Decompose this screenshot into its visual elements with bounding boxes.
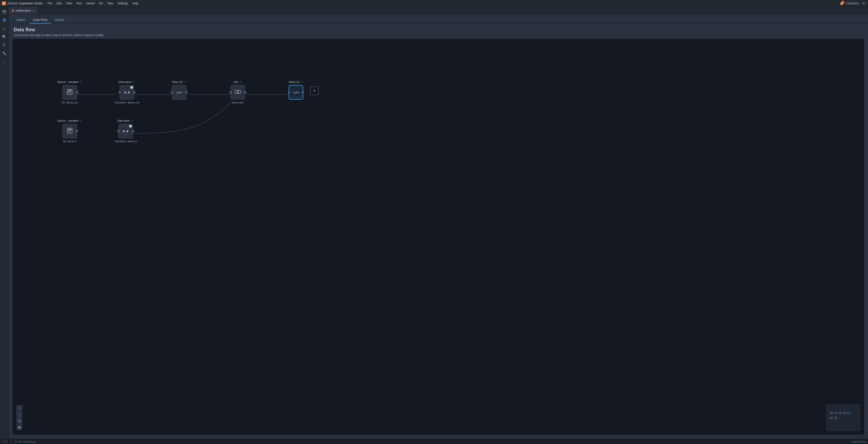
svg-rect-21 — [68, 129, 71, 130]
node-source1-check: ✓ — [80, 80, 82, 84]
node-source2-label: Source - sampled ✓ — [57, 119, 82, 122]
node-steps2[interactable]: Steps (2) ✓ </> — [172, 80, 187, 101]
sidebar-icon-models[interactable]: ◇ — [1, 25, 8, 32]
code-icon-steps3: </> — [293, 91, 299, 94]
data-icon-2: #.# — [123, 129, 128, 133]
node-datatypes1-box[interactable]: 📊 #.# — [120, 85, 134, 99]
node-source2-connector-right — [76, 130, 78, 132]
plus-icon: + — [313, 88, 316, 94]
node-steps2-box[interactable]: </> — [172, 85, 186, 99]
menu-view[interactable]: View — [64, 1, 74, 6]
node-source2-sublabel: S3: demo-2 — [63, 140, 77, 143]
node-source1[interactable]: Source - sampled ✓ — [57, 80, 82, 104]
tab-file-icon: ◼ — [11, 9, 14, 12]
menu-run[interactable]: Run — [74, 1, 84, 6]
topbar-right: 🔔 2 Feedback ⚙ — [840, 1, 866, 6]
zoom-out-button[interactable]: − — [17, 412, 22, 417]
menu-tabs[interactable]: Tabs — [105, 1, 115, 6]
tab-data-flow[interactable]: Data Flow — [29, 17, 51, 24]
node-join-box[interactable] — [230, 85, 245, 99]
node-datatypes1[interactable]: Data types ✓ 📊 #.# Transform: titanic.cs… — [114, 80, 140, 104]
status-file-text: untitled.flow — [852, 440, 866, 443]
svg-rect-22 — [68, 130, 71, 131]
node-steps2-connector-left — [171, 91, 173, 93]
sidebar-icon-search[interactable]: 🔍 — [1, 33, 8, 40]
tab-close-button[interactable]: × — [33, 9, 35, 12]
node-steps2-label: Steps (2) ✓ — [172, 80, 187, 84]
mini-node-5 — [830, 417, 833, 419]
notification-button[interactable]: 🔔 2 — [840, 2, 843, 5]
node-source1-label: Source - sampled ✓ — [57, 80, 82, 84]
global-settings-button[interactable]: ⚙ — [861, 1, 866, 6]
svg-rect-23 — [68, 131, 70, 132]
node-source1-box[interactable] — [62, 85, 77, 99]
status-git-text: Git: refreshing... — [18, 440, 37, 443]
node-source2[interactable]: Source - sampled ✓ — [57, 119, 82, 143]
node-datatypes2-check: ✓ — [131, 119, 134, 122]
svg-point-6 — [3, 43, 4, 45]
node-datatypes2-box[interactable]: 📊 #.# — [118, 124, 133, 138]
feedback-button[interactable]: Feedback — [846, 2, 859, 5]
add-step-button[interactable]: + — [310, 87, 319, 95]
node-steps3[interactable]: Steps (3) ✓ </> — [289, 80, 304, 101]
data-icon-1: #.# — [124, 91, 130, 94]
tab-title: untitled.flow — [15, 9, 31, 12]
node-datatypes1-connector-left — [118, 91, 121, 93]
left-sidebar: ◇ 🔍 🔧 ⬚ — [0, 7, 9, 439]
node-steps3-label: Steps (3) ✓ — [289, 80, 304, 84]
menu-edit[interactable]: Edit — [55, 1, 63, 6]
node-datatypes1-label: Data types ✓ — [119, 80, 135, 84]
svg-rect-17 — [68, 93, 70, 93]
mini-map — [826, 404, 860, 431]
node-datatypes2[interactable]: Data types ✓ 📊 #.# Transform: demo-2 — [114, 119, 137, 143]
menu-kernel[interactable]: Kernel — [84, 1, 97, 6]
page-content: Data flow Choose the plus sign to add a … — [9, 24, 868, 439]
sub-tab-bar: Import Data Flow Export — [9, 14, 868, 23]
content-area: ◼ untitled.flow × Import Data Flow Expor… — [9, 7, 868, 439]
node-source1-sublabel: S3: titanic.csv — [62, 101, 78, 104]
page-title: Data flow — [13, 27, 863, 32]
page-header: Import Data Flow Export — [9, 14, 868, 24]
menu-help[interactable]: Help — [130, 1, 141, 6]
node-join-connector-left — [229, 91, 232, 93]
tab-export[interactable]: Export — [51, 17, 68, 24]
zoom-fit-button[interactable]: ⊡ — [17, 418, 22, 424]
top-menu-bar: S Amazon SageMaker Studio File Edit View… — [0, 0, 868, 7]
status-git-icon: ⚙ — [15, 440, 17, 443]
node-datatypes2-sublabel: Transform: demo-2 — [114, 140, 137, 143]
node-datatypes1-sublabel: Transform: titanic.csv — [114, 101, 140, 104]
sidebar-icon-tools[interactable]: 🔧 — [1, 50, 8, 57]
node-source1-connector-right — [76, 91, 78, 93]
zoom-lock-button[interactable] — [17, 424, 22, 430]
tab-untitled-flow[interactable]: ◼ untitled.flow × — [9, 7, 38, 14]
svg-rect-24 — [19, 427, 20, 428]
status-num: 1 — [10, 440, 12, 443]
node-steps3-connector-left — [288, 91, 290, 93]
sidebar-icon-extensions[interactable]: ⬚ — [1, 58, 8, 65]
mini-node-1 — [834, 412, 837, 414]
menu-file[interactable]: File — [45, 1, 54, 6]
node-steps2-connector-right — [185, 91, 188, 93]
tab-import[interactable]: Import — [12, 17, 29, 24]
tab-bar: ◼ untitled.flow × — [9, 7, 868, 14]
sidebar-icon-git2[interactable] — [1, 42, 8, 49]
mini-node-4 — [847, 412, 850, 414]
mini-chart-icon-1: 📊 — [130, 86, 133, 89]
node-datatypes2-connector-left — [117, 130, 120, 132]
node-datatypes2-connector-right — [132, 130, 134, 132]
join-icon — [235, 90, 241, 95]
s3-icon-2 — [66, 127, 73, 135]
flow-canvas[interactable]: Source - sampled ✓ — [12, 39, 864, 435]
node-source2-box[interactable] — [62, 124, 77, 138]
menu-settings[interactable]: Settings — [116, 1, 130, 6]
svg-rect-3 — [3, 12, 5, 12]
svg-rect-16 — [68, 92, 71, 92]
zoom-in-button[interactable]: + — [17, 405, 22, 411]
node-join-sublabel: demo-join — [232, 101, 244, 104]
sidebar-icon-data[interactable] — [1, 17, 8, 24]
node-steps3-box[interactable]: </> — [289, 85, 303, 99]
sidebar-icon-files[interactable] — [1, 9, 8, 16]
node-join[interactable]: Join ✓ demo-join — [230, 80, 245, 104]
menu-git[interactable]: Git — [97, 1, 104, 6]
svg-rect-2 — [3, 11, 6, 12]
